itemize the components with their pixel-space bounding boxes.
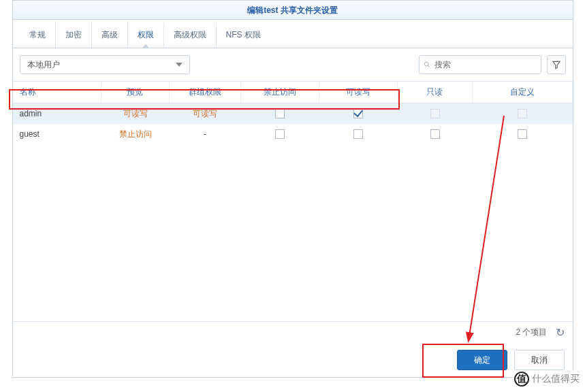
cancel-button[interactable]: 取消 (514, 350, 565, 370)
cell-preview: 可读写 (101, 108, 170, 120)
cell-preview: 禁止访问 (101, 129, 170, 140)
checkbox-ro[interactable] (430, 109, 440, 118)
checkbox-deny[interactable] (275, 129, 285, 139)
watermark-icon: 值 (514, 372, 529, 387)
tab-permissions[interactable]: 权限 (128, 22, 164, 48)
checkbox-rw[interactable] (353, 129, 363, 139)
checkbox-deny[interactable] (275, 109, 285, 118)
tab-advanced[interactable]: 高级 (92, 22, 128, 48)
cell-group: 可读写 (170, 108, 241, 120)
table-row[interactable]: admin 可读写 可读写 (13, 103, 573, 124)
item-count: 2 个项目 (516, 327, 547, 338)
chevron-down-icon (176, 63, 183, 67)
col-deny[interactable]: 禁止访问 (241, 82, 319, 103)
svg-line-1 (428, 65, 430, 67)
refresh-icon[interactable]: ↻ (556, 326, 565, 339)
table-body: admin 可读写 可读写 guest 禁止访问 - (13, 103, 573, 321)
checkbox-custom[interactable] (518, 129, 527, 139)
table-header: 名称 预览 群组权限 禁止访问 可读写 只读 自定义 (13, 81, 573, 103)
svg-point-0 (424, 62, 428, 66)
checkbox-rw[interactable] (353, 109, 363, 118)
svg-marker-2 (552, 61, 560, 69)
checkbox-ro[interactable] (430, 129, 440, 139)
ok-button[interactable]: 确定 (457, 350, 507, 370)
tab-nfs[interactable]: NFS 权限 (217, 22, 270, 48)
filter-button[interactable] (547, 55, 566, 74)
tab-general[interactable]: 常规 (20, 22, 56, 48)
tab-adv-permissions[interactable]: 高级权限 (164, 22, 217, 48)
search-icon (424, 60, 430, 69)
dropdown-value: 本地用户 (27, 59, 60, 71)
col-group[interactable]: 群组权限 (170, 82, 241, 103)
cell-name: guest (13, 129, 101, 139)
tab-bar: 常规 加密 高级 权限 高级权限 NFS 权限 (13, 20, 573, 48)
cell-group: - (170, 129, 241, 139)
checkbox-custom[interactable] (518, 109, 527, 118)
col-ro[interactable]: 只读 (398, 82, 473, 103)
watermark-text: 什么值得买 (532, 373, 580, 385)
col-preview[interactable]: 预览 (101, 82, 170, 103)
col-custom[interactable]: 自定义 (473, 82, 573, 103)
user-type-dropdown[interactable]: 本地用户 (20, 55, 190, 74)
tab-encryption[interactable]: 加密 (56, 22, 92, 48)
search-input[interactable] (434, 60, 537, 69)
search-box[interactable] (419, 55, 541, 74)
table-row[interactable]: guest 禁止访问 - (13, 124, 573, 144)
col-rw[interactable]: 可读写 (319, 82, 398, 103)
col-name[interactable]: 名称 (13, 82, 101, 103)
funnel-icon (552, 60, 561, 69)
watermark: 值 什么值得买 (511, 370, 582, 388)
dialog-title: 编辑test 共享文件夹设置 (13, 1, 573, 20)
cell-name: admin (13, 109, 101, 118)
